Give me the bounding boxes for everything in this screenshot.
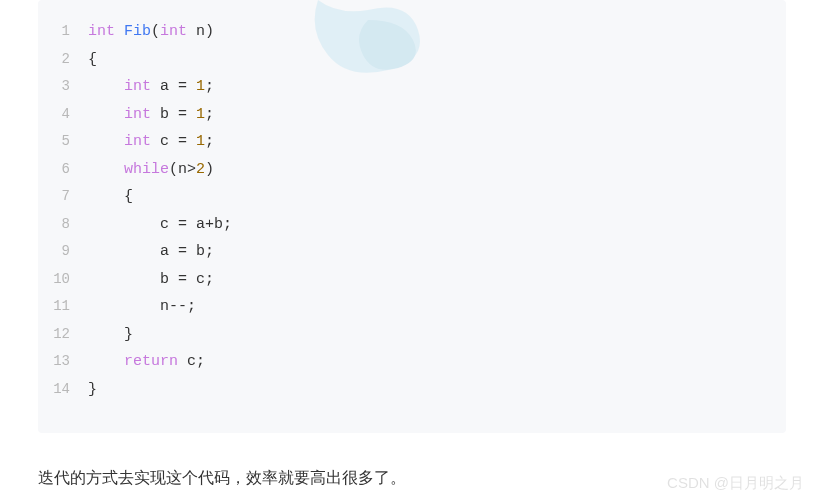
token-kw-num: 2: [196, 161, 205, 178]
token-kw-type: int: [88, 23, 124, 40]
line-number: 10: [38, 266, 88, 294]
line-number: 8: [38, 211, 88, 239]
token-kw-keyword: while: [124, 161, 169, 178]
token: a =: [160, 78, 196, 95]
code-line: 4 int b = 1;: [38, 101, 786, 129]
token-kw-type: int: [124, 78, 160, 95]
line-number: 11: [38, 293, 88, 321]
code-content: while(n>2): [88, 156, 214, 184]
code-content: int a = 1;: [88, 73, 214, 101]
code-line: 11 n--;: [38, 293, 786, 321]
token: ;: [205, 106, 214, 123]
token: ): [205, 161, 214, 178]
code-content: }: [88, 376, 97, 404]
code-line: 12 }: [38, 321, 786, 349]
code-block: 1int Fib(int n)2{3 int a = 1;4 int b = 1…: [38, 0, 786, 433]
line-number: 2: [38, 46, 88, 74]
line-number: 4: [38, 101, 88, 129]
code-content: int b = 1;: [88, 101, 214, 129]
line-number: 3: [38, 73, 88, 101]
line-number: 1: [38, 18, 88, 46]
token: b = c;: [160, 271, 214, 288]
token: (: [151, 23, 160, 40]
token: }: [88, 381, 97, 398]
token-kw-num: 1: [196, 106, 205, 123]
code-content: int Fib(int n): [88, 18, 214, 46]
token: n--;: [160, 298, 196, 315]
code-lines-container: 1int Fib(int n)2{3 int a = 1;4 int b = 1…: [38, 18, 786, 403]
token-kw-num: 1: [196, 78, 205, 95]
code-content: {: [88, 46, 97, 74]
code-line: 14}: [38, 376, 786, 404]
code-content: }: [88, 321, 133, 349]
code-line: 5 int c = 1;: [38, 128, 786, 156]
line-number: 12: [38, 321, 88, 349]
code-line: 8 c = a+b;: [38, 211, 786, 239]
code-line: 2{: [38, 46, 786, 74]
token: ;: [205, 133, 214, 150]
code-line: 6 while(n>2): [38, 156, 786, 184]
token: n): [196, 23, 214, 40]
code-line: 9 a = b;: [38, 238, 786, 266]
token: ;: [205, 78, 214, 95]
token-kw-num: 1: [196, 133, 205, 150]
code-line: 10 b = c;: [38, 266, 786, 294]
code-line: 1int Fib(int n): [38, 18, 786, 46]
token: c = a+b;: [160, 216, 232, 233]
token: c;: [187, 353, 205, 370]
code-content: n--;: [88, 293, 196, 321]
token-kw-type: int: [124, 106, 160, 123]
code-line: 13 return c;: [38, 348, 786, 376]
line-number: 6: [38, 156, 88, 184]
token: b =: [160, 106, 196, 123]
line-number: 14: [38, 376, 88, 404]
line-number: 7: [38, 183, 88, 211]
code-line: 3 int a = 1;: [38, 73, 786, 101]
token-kw-return: return: [124, 353, 187, 370]
token-kw-type: int: [160, 23, 196, 40]
line-number: 5: [38, 128, 88, 156]
token: {: [124, 188, 133, 205]
token: {: [88, 51, 97, 68]
code-content: a = b;: [88, 238, 214, 266]
token: }: [124, 326, 133, 343]
code-content: return c;: [88, 348, 205, 376]
token-kw-func: Fib: [124, 23, 151, 40]
line-number: 13: [38, 348, 88, 376]
token: (n>: [169, 161, 196, 178]
code-content: int c = 1;: [88, 128, 214, 156]
attribution-text: CSDN @日月明之月: [667, 474, 804, 493]
token-kw-type: int: [124, 133, 160, 150]
code-content: b = c;: [88, 266, 214, 294]
code-line: 7 {: [38, 183, 786, 211]
code-content: c = a+b;: [88, 211, 232, 239]
line-number: 9: [38, 238, 88, 266]
token: c =: [160, 133, 196, 150]
code-content: {: [88, 183, 133, 211]
token: a = b;: [160, 243, 214, 260]
